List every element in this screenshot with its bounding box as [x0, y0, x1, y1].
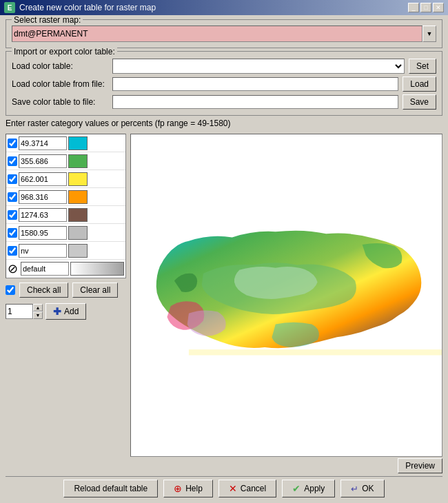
footer-bar: Reload default table ⊕ Help ✕ Cancel ✔ A…: [6, 476, 442, 499]
color-value-default[interactable]: [21, 262, 69, 276]
reload-btn[interactable]: Reload default table: [63, 480, 158, 497]
load-color-select[interactable]: [112, 59, 405, 74]
range-label: Enter raster category values or percents…: [6, 119, 442, 128]
color-check-5[interactable]: [8, 210, 17, 220]
raster-dropdown-btn[interactable]: ▼: [422, 25, 436, 42]
check-clear-row: Check all Clear all: [6, 281, 126, 299]
maximize-btn[interactable]: □: [420, 3, 431, 12]
ok-btn[interactable]: ↵ OK: [340, 480, 384, 497]
color-value-6[interactable]: [19, 226, 67, 240]
color-row-3: [6, 170, 125, 188]
spinner-up-btn[interactable]: ▲: [33, 304, 43, 311]
color-check-6[interactable]: [8, 228, 17, 238]
save-file-label: Save color table to file:: [12, 97, 108, 107]
cancel-btn[interactable]: ✕ Cancel: [218, 480, 276, 497]
color-list: ⊘: [6, 134, 126, 278]
color-swatch-6[interactable]: [68, 226, 88, 240]
reload-btn-label: Reload default table: [74, 484, 147, 493]
import-export-label: Import or export color table:: [12, 47, 117, 57]
color-swatch-2[interactable]: [68, 154, 88, 168]
add-btn-label: Add: [64, 307, 79, 316]
set-btn[interactable]: Set: [409, 59, 436, 74]
title-bar: E Create new color table for raster map …: [0, 0, 448, 15]
help-icon: ⊕: [174, 483, 182, 494]
add-row: 1 ▲ ▼ ✚ Add: [6, 303, 126, 320]
ok-btn-label: OK: [362, 484, 374, 493]
save-file-input[interactable]: [112, 95, 398, 109]
import-export-group: Import or export color table: Load color…: [6, 51, 442, 116]
color-check-3[interactable]: [8, 174, 17, 184]
add-spinner-input[interactable]: 1: [6, 304, 33, 319]
color-check-1[interactable]: [8, 138, 17, 148]
color-row-5: [6, 206, 125, 224]
cancel-btn-label: Cancel: [241, 484, 266, 493]
preview-btn[interactable]: Preview: [398, 458, 442, 473]
color-value-nv[interactable]: [19, 244, 67, 258]
apply-btn[interactable]: ✔ Apply: [282, 480, 335, 497]
spinner-down-btn[interactable]: ▼: [33, 311, 43, 319]
color-row-1: [6, 134, 125, 152]
svg-rect-1: [189, 349, 442, 355]
color-value-5[interactable]: [19, 208, 67, 222]
save-btn[interactable]: Save: [403, 94, 436, 110]
ok-icon: ↵: [351, 484, 358, 494]
map-preview: [130, 134, 442, 457]
check-all-checkbox[interactable]: [6, 285, 15, 295]
clear-all-btn[interactable]: Clear all: [72, 283, 118, 298]
window-title: Create new color table for raster map: [19, 3, 156, 12]
color-swatch-nv[interactable]: [68, 244, 88, 258]
gradient-icon: ⊘: [8, 261, 18, 276]
load-color-label: Load color table:: [12, 61, 108, 71]
gradient-bar: [70, 262, 124, 276]
map-svg: [131, 134, 442, 456]
gradient-row: ⊘: [6, 260, 125, 278]
color-value-1[interactable]: [19, 136, 67, 150]
app-icon: E: [4, 2, 15, 13]
minimize-btn[interactable]: _: [408, 3, 419, 12]
apply-btn-label: Apply: [304, 484, 325, 493]
color-swatch-3[interactable]: [68, 172, 88, 186]
raster-select-input[interactable]: dmt@PERMANENT: [12, 25, 422, 42]
color-row-4: [6, 188, 125, 206]
color-row-2: [6, 152, 125, 170]
color-row-6: [6, 224, 125, 242]
color-swatch-5[interactable]: [68, 208, 88, 222]
color-value-4[interactable]: [19, 190, 67, 204]
color-check-nv[interactable]: [8, 246, 17, 256]
color-check-2[interactable]: [8, 156, 17, 166]
color-check-4[interactable]: [8, 192, 17, 202]
close-btn[interactable]: ✕: [433, 3, 444, 12]
raster-select-group: Select raster map: dmt@PERMANENT ▼: [6, 19, 442, 48]
color-swatch-4[interactable]: [68, 190, 88, 204]
add-icon: ✚: [53, 306, 61, 317]
add-btn[interactable]: ✚ Add: [45, 303, 86, 320]
color-row-nv: [6, 242, 125, 260]
help-btn-label: Help: [185, 484, 203, 493]
load-file-input[interactable]: [112, 77, 398, 91]
cancel-icon: ✕: [229, 483, 237, 494]
check-all-btn[interactable]: Check all: [19, 283, 68, 298]
apply-icon: ✔: [292, 483, 301, 494]
raster-group-label: Select raster map:: [12, 15, 83, 25]
load-btn[interactable]: Load: [403, 76, 436, 92]
color-value-3[interactable]: [19, 172, 67, 186]
help-btn[interactable]: ⊕ Help: [163, 480, 213, 497]
color-value-2[interactable]: [19, 154, 67, 168]
load-file-label: Load color table from file:: [12, 79, 108, 89]
color-swatch-1[interactable]: [68, 136, 88, 150]
